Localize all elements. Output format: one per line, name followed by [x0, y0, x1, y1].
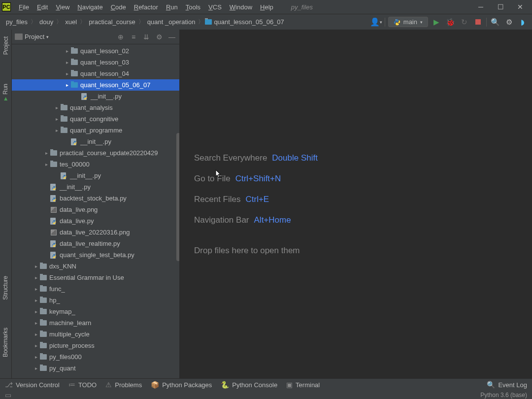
- tree-arrow-icon[interactable]: ▸: [33, 308, 39, 315]
- maximize-button[interactable]: ☐: [491, 1, 510, 13]
- tree-arrow-icon[interactable]: ▸: [33, 286, 39, 293]
- breadcrumb-item[interactable]: douy: [37, 18, 55, 26]
- tree-item[interactable]: quant_single_test_beta.py: [12, 249, 179, 261]
- tree-arrow-icon[interactable]: ▸: [64, 82, 70, 89]
- run-button[interactable]: ▶: [431, 17, 442, 28]
- status-terminal[interactable]: ▣Terminal: [286, 381, 320, 389]
- tree-item[interactable]: ▸quant_analysis: [12, 102, 179, 113]
- run-config-selector[interactable]: main ▾: [388, 17, 428, 27]
- tree-arrow-icon[interactable]: ▸: [33, 274, 39, 281]
- tree-item[interactable]: data_live.py: [12, 215, 179, 227]
- breadcrumb-item[interactable]: practical_course: [87, 18, 137, 26]
- breadcrumb-item[interactable]: quant _operation: [145, 18, 198, 26]
- settings-icon[interactable]: ⚙: [503, 17, 514, 28]
- tree-item[interactable]: ▸quant_lesson_05_06_07: [12, 79, 179, 91]
- tree-arrow-icon[interactable]: ▸: [33, 365, 39, 372]
- breadcrumb-item[interactable]: xuel: [63, 18, 79, 26]
- tree-arrow-icon[interactable]: ▸: [64, 70, 70, 77]
- collapse-all-icon[interactable]: ⇊: [142, 33, 151, 41]
- status-event-log[interactable]: 🔍Event Log: [487, 381, 527, 389]
- menu-run[interactable]: Run: [162, 1, 182, 13]
- breadcrumb-item[interactable]: py_files: [4, 18, 30, 26]
- sidebar-tab-project[interactable]: Project: [1, 33, 10, 59]
- tree-item[interactable]: ▸multiple_cycle: [12, 329, 179, 340]
- tree-arrow-icon[interactable]: ▸: [33, 297, 39, 304]
- hide-panel-icon[interactable]: —: [167, 33, 176, 41]
- panel-settings-icon[interactable]: ⚙: [155, 33, 164, 41]
- menu-refactor[interactable]: Refactor: [130, 1, 162, 13]
- tree-item[interactable]: ▸practical_course_update20220429: [12, 147, 179, 159]
- project-tree[interactable]: ▸quant_lesson_02▸quant_lesson_03▸quant_l…: [12, 44, 179, 379]
- tree-item[interactable]: ▸py_quant: [12, 363, 179, 374]
- tree-arrow-icon[interactable]: ▸: [43, 161, 50, 168]
- tree-arrow-icon[interactable]: ▸: [64, 59, 70, 66]
- hint-shortcut[interactable]: Double Shift: [272, 153, 318, 163]
- tree-item[interactable]: __init__.py: [12, 181, 179, 193]
- menu-window[interactable]: Window: [226, 1, 256, 13]
- tree-arrow-icon[interactable]: ▸: [53, 127, 60, 134]
- tree-arrow-icon[interactable]: ▸: [53, 104, 60, 111]
- menu-file[interactable]: File: [15, 1, 33, 13]
- tree-arrow-icon[interactable]: ▸: [53, 116, 60, 123]
- tree-item[interactable]: __init__.py: [12, 91, 179, 102]
- tree-item[interactable]: ▸quant_lesson_04: [12, 68, 179, 79]
- sidebar-tab-run[interactable]: ▶Run: [2, 84, 9, 101]
- tree-item[interactable]: ▸machine_learn: [12, 317, 179, 329]
- ide-icon[interactable]: ◗: [517, 17, 528, 28]
- menu-code[interactable]: Code: [107, 1, 130, 13]
- stop-button[interactable]: [472, 17, 483, 28]
- tree-arrow-icon[interactable]: ▸: [33, 342, 39, 349]
- menu-edit[interactable]: Edit: [33, 1, 52, 13]
- tree-item[interactable]: ▸Essential Grammar in Use: [12, 272, 179, 283]
- tree-item[interactable]: data_live_realtime.py: [12, 238, 179, 249]
- hint-shortcut[interactable]: Alt+Home: [254, 215, 291, 225]
- tree-item[interactable]: backtest_stock_beta.py: [12, 193, 179, 204]
- tree-item[interactable]: ▸dxs_KNN: [12, 261, 179, 272]
- tree-arrow-icon[interactable]: ▸: [33, 263, 39, 270]
- tree-arrow-icon[interactable]: ▸: [33, 354, 39, 361]
- status-todo[interactable]: ≔TODO: [68, 381, 97, 389]
- tree-item[interactable]: ▸quant_lesson_02: [12, 45, 179, 57]
- tree-arrow-icon[interactable]: ▸: [64, 48, 70, 55]
- panel-title-button[interactable]: Project ▾: [15, 33, 49, 40]
- menu-vcs[interactable]: VCS: [204, 1, 226, 13]
- tree-item[interactable]: data_live_20220316.png: [12, 227, 179, 238]
- tree-arrow-icon[interactable]: ▸: [33, 331, 39, 338]
- interpreter-label[interactable]: Python 3.6 (base): [480, 392, 527, 399]
- tree-item[interactable]: ▸tes_00000: [12, 159, 179, 170]
- tree-item[interactable]: ▸quant_lesson_03: [12, 57, 179, 68]
- menu-tools[interactable]: Tools: [182, 1, 204, 13]
- tree-item[interactable]: ▸keymap_: [12, 306, 179, 317]
- hint-shortcut[interactable]: Ctrl+E: [245, 195, 269, 204]
- close-button[interactable]: ✕: [510, 1, 530, 13]
- tree-item[interactable]: ▸func_: [12, 283, 179, 295]
- status-version-control[interactable]: ⎇Version Control: [5, 381, 60, 389]
- status-python-packages[interactable]: 📦Python Packages: [151, 381, 212, 389]
- sidebar-tab-bookmarks[interactable]: Bookmarks: [2, 328, 9, 357]
- tree-item[interactable]: ▸quant_programme: [12, 125, 179, 136]
- tree-arrow-icon[interactable]: ▸: [43, 150, 50, 157]
- coverage-button[interactable]: ↻: [459, 17, 469, 28]
- menu-navigate[interactable]: Navigate: [73, 1, 106, 13]
- sidebar-tab-structure[interactable]: Structure: [2, 276, 9, 300]
- tree-item[interactable]: ▸picture_process: [12, 340, 179, 351]
- debug-button[interactable]: 🐞: [445, 17, 456, 28]
- breadcrumb-current[interactable]: quant_lesson_05_06_07: [205, 18, 284, 26]
- tree-item[interactable]: ▸quant_congnitive: [12, 113, 179, 125]
- tree-item[interactable]: __init__.py: [12, 170, 179, 181]
- menu-help[interactable]: Help: [256, 1, 277, 13]
- search-icon[interactable]: 🔍: [490, 17, 500, 28]
- hint-shortcut[interactable]: Ctrl+Shift+N: [235, 174, 281, 184]
- tree-arrow-icon[interactable]: ▸: [33, 320, 39, 327]
- status-problems[interactable]: ⚠Problems: [105, 381, 142, 389]
- minimize-button[interactable]: ─: [471, 1, 491, 13]
- expand-all-icon[interactable]: ≡: [129, 33, 138, 41]
- tree-item[interactable]: __init__.py: [12, 136, 179, 147]
- status-python-console[interactable]: 🐍Python Console: [221, 381, 277, 389]
- editor-empty-area[interactable]: Search EverywhereDouble ShiftGo to FileC…: [179, 30, 532, 379]
- menu-view[interactable]: View: [52, 1, 73, 13]
- tree-item[interactable]: data_live.png: [12, 204, 179, 215]
- select-opened-icon[interactable]: ⊕: [116, 33, 125, 41]
- status-window-icon[interactable]: ▭: [5, 391, 11, 399]
- tree-item[interactable]: ▸py_files000: [12, 351, 179, 363]
